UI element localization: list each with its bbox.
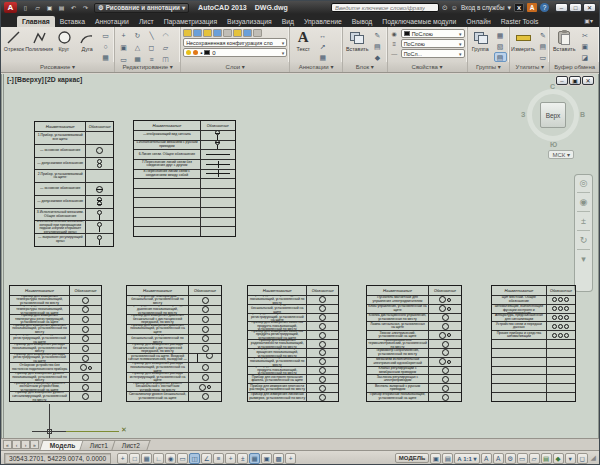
tab-управление[interactable]: Управление xyxy=(299,16,347,27)
arc-button[interactable]: Дуга xyxy=(76,28,97,52)
circle-button[interactable]: Круг xyxy=(54,28,75,52)
modify-tool-3[interactable]: ◠ xyxy=(159,30,172,41)
layer-tool-3[interactable] xyxy=(213,29,222,37)
viewport-control-2[interactable]: [2D каркас] xyxy=(45,76,82,83)
viewport-control-0[interactable]: [-] xyxy=(7,76,14,83)
modify-tool-1[interactable]: ↻ xyxy=(131,30,144,41)
maximize-button[interactable]: □ xyxy=(569,3,582,12)
modify-tool-11[interactable]: ◫ xyxy=(159,54,172,62)
draw-small-icon-2[interactable]: ▦ xyxy=(99,52,112,62)
viewcube-north[interactable]: С xyxy=(550,83,555,90)
layer-dropdown[interactable]: ▪ 0 ▾ xyxy=(183,48,287,57)
measure-button[interactable]: Измерить xyxy=(512,28,534,52)
layout-nav-2[interactable]: › xyxy=(21,440,30,449)
sb-icons3-btn-2[interactable]: ▱ xyxy=(529,453,540,464)
tab-параметризация[interactable]: Параметризация xyxy=(159,16,222,27)
status-toggle-11[interactable]: ▦ xyxy=(249,453,260,464)
legend-table-top-2[interactable]: Наименование Обозначение —отображающий в… xyxy=(133,120,236,237)
doc-restore-button[interactable]: ▣ xyxy=(569,76,581,85)
layer-tool-1[interactable] xyxy=(193,29,202,37)
status-toggle-14[interactable]: + xyxy=(285,453,296,464)
paste-button[interactable]: Вставить xyxy=(552,28,576,52)
doc-close-button[interactable]: ✕ xyxy=(582,76,594,85)
clip-small-icon-1[interactable]: ▣ xyxy=(578,41,591,51)
sb-icons2-btn-1[interactable]: А xyxy=(493,453,504,464)
signin-button[interactable]: Вход в службы xyxy=(461,4,505,11)
tab-подключаемые-модули[interactable]: Подключаемые модули xyxy=(377,16,461,27)
layout-nav-1[interactable]: ‹ xyxy=(12,440,21,449)
help-search-input[interactable]: Введите ключевое слово/фразу xyxy=(331,3,439,12)
line-button[interactable]: Отрезок xyxy=(3,28,25,52)
help-icon[interactable]: ? xyxy=(540,3,549,12)
status-toggle-10[interactable]: ± xyxy=(237,453,248,464)
tab-аннотации[interactable]: Аннотации xyxy=(90,16,134,27)
drawing-viewport[interactable]: [-][Вверху][2D каркас] ‒▣✕ С В Ю З Верх … xyxy=(1,74,599,438)
sb-icons3-btn-4[interactable]: ◆ xyxy=(553,453,564,464)
layer-tool-6[interactable] xyxy=(243,29,252,37)
sb-icons3-btn-1[interactable]: ▭ xyxy=(517,453,528,464)
tab-визуализация[interactable]: Визуализация xyxy=(222,16,277,27)
groups-small-icon-2[interactable]: ▤ xyxy=(494,52,507,62)
navbar-tool-1[interactable]: ◉ xyxy=(580,197,588,207)
layer-tool-7[interactable] xyxy=(253,29,262,37)
sb-icons1-btn-0[interactable]: ▣ xyxy=(430,453,441,464)
modify-tool-0[interactable]: + xyxy=(117,30,130,41)
panel-label-groups[interactable]: Группы ▾ xyxy=(468,62,510,72)
layout-nav-0[interactable]: « xyxy=(3,440,12,449)
status-toggle-7[interactable]: ∠ xyxy=(201,453,212,464)
sb-icons1-btn-1[interactable]: ▤ xyxy=(442,453,453,464)
navbar-tool-2[interactable]: ± xyxy=(581,216,586,226)
status-toggle-3[interactable]: ∟ xyxy=(153,453,164,464)
group-button[interactable]: Группа xyxy=(470,28,492,52)
status-toggle-13[interactable]: ▩ xyxy=(273,453,284,464)
annot-small-icon-1[interactable]: ↗ xyxy=(316,41,329,51)
legend-table-bottom-3[interactable]: Наименование Обозначение Прибор для изме… xyxy=(247,285,339,402)
qat-button-0[interactable]: ▯ xyxy=(20,3,31,13)
linetype-dropdown[interactable]: ПоСл... ▾ xyxy=(401,49,465,58)
tab-вывод[interactable]: Вывод xyxy=(347,16,378,27)
legend-table-bottom-1[interactable]: Наименование Обозначение Прибор для изме… xyxy=(9,285,102,402)
legend-table-bottom-5[interactable]: Наименование Обозначение Щит местный. Об… xyxy=(491,285,576,402)
modify-tool-9[interactable]: ▦ xyxy=(131,54,144,62)
tab-лист[interactable]: Лист xyxy=(134,16,159,27)
panel-label-block[interactable]: Блок ▾ xyxy=(343,62,387,72)
layer-tool-0[interactable] xyxy=(183,29,192,37)
panel-label-utilities[interactable]: Утилиты ▾ xyxy=(510,62,549,72)
legend-table-top-1[interactable]: Наименование Обозначение 1.Прибор, устан… xyxy=(34,121,114,247)
utils-small-icon-1[interactable]: ▤ xyxy=(536,41,549,51)
clip-small-icon-2[interactable]: ◪ xyxy=(578,52,591,62)
modify-tool-8[interactable]: ▭ xyxy=(117,54,130,62)
annot-small-icon-2[interactable]: ▦ xyxy=(316,52,329,62)
panel-label-properties[interactable]: Свойства ▾ xyxy=(388,62,467,72)
block-small-icon-0[interactable]: ✎ xyxy=(371,30,384,40)
search-icon[interactable]: ⊙ xyxy=(442,3,448,13)
sb-icons3-btn-5[interactable]: ▾ xyxy=(565,453,576,464)
object-color-dropdown[interactable]: ПоСлою ▾ xyxy=(401,29,465,38)
modify-tool-5[interactable]: △ xyxy=(131,42,144,53)
status-toggle-1[interactable]: □ xyxy=(129,453,140,464)
modify-tool-6[interactable]: ◻ xyxy=(145,42,158,53)
modify-tool-4[interactable]: ▣ xyxy=(117,42,130,53)
text-button[interactable]: A Текст xyxy=(292,28,314,52)
status-toggle-12[interactable]: ▣ xyxy=(261,453,272,464)
block-small-icon-1[interactable]: ▤ xyxy=(371,41,384,51)
minimize-button[interactable]: – xyxy=(555,3,568,12)
autodesk360-icon[interactable]: A xyxy=(527,3,537,12)
legend-table-bottom-4[interactable]: Наименование Обозначение Пускатель магни… xyxy=(366,285,462,402)
layout-nav-3[interactable]: » xyxy=(30,440,39,449)
viewcube-east[interactable]: В xyxy=(580,111,585,118)
annotation-scale-button[interactable]: А 1:1 ▾ xyxy=(454,453,479,464)
viewcube-west[interactable]: З xyxy=(521,111,525,118)
insert-block-button[interactable]: Вставить xyxy=(345,28,369,52)
tab-вид[interactable]: Вид xyxy=(277,16,299,27)
modify-tool-2[interactable]: ╲ xyxy=(145,30,158,41)
groups-small-icon-1[interactable]: ▧ xyxy=(494,41,507,51)
panel-label-draw[interactable]: Рисование ▾ xyxy=(1,62,114,72)
close-button[interactable]: ✕ xyxy=(583,3,596,12)
status-toggle-9[interactable]: + xyxy=(225,453,236,464)
navbar-tool-0[interactable]: ◎ xyxy=(580,178,588,188)
chevron-down-icon[interactable]: ▾ xyxy=(507,3,511,13)
draw-small-icon-1[interactable]: ○ xyxy=(99,41,112,51)
ribbon-overflow-icon[interactable]: ▣▾ xyxy=(584,17,593,24)
doc-minimize-button[interactable]: ‒ xyxy=(556,76,568,85)
